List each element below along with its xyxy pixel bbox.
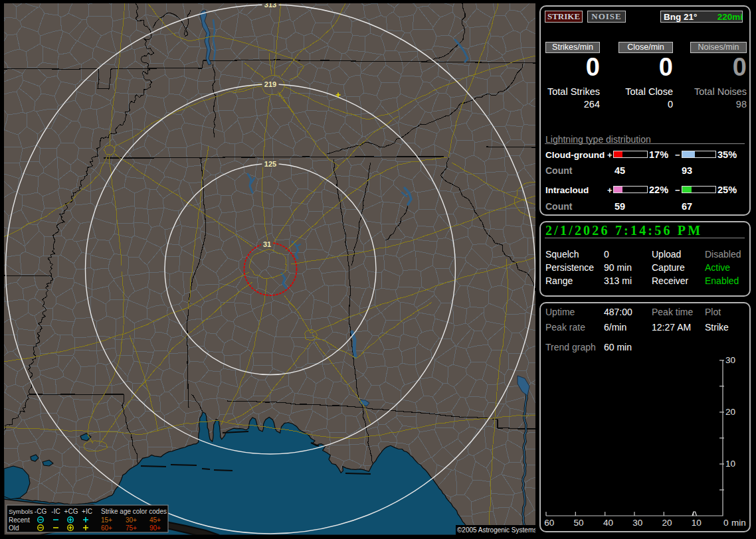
svg-text:75+: 75+ xyxy=(126,524,137,532)
svg-text:-CG: -CG xyxy=(35,508,47,515)
svg-text:60+: 60+ xyxy=(101,524,112,532)
svg-text:min: min xyxy=(731,518,746,528)
svg-text:-IC: -IC xyxy=(51,508,60,515)
svg-text:125: 125 xyxy=(264,160,276,168)
svg-text:30: 30 xyxy=(725,355,735,365)
svg-text:31: 31 xyxy=(263,240,271,248)
svg-text:Old: Old xyxy=(9,524,19,532)
svg-text:10: 10 xyxy=(692,518,702,528)
svg-text:10: 10 xyxy=(725,459,735,469)
svg-text:Symbols: Symbols xyxy=(9,508,33,515)
svg-text:Recent: Recent xyxy=(9,516,30,524)
svg-text:+CG: +CG xyxy=(64,508,78,515)
svg-text:0: 0 xyxy=(723,518,729,528)
svg-text:30: 30 xyxy=(632,518,642,528)
svg-text:+IC: +IC xyxy=(82,508,92,515)
svg-text:©2005 Astrogenic Systems: ©2005 Astrogenic Systems xyxy=(457,526,535,534)
svg-text:219: 219 xyxy=(264,80,276,88)
svg-text:20: 20 xyxy=(725,407,735,417)
svg-text:313: 313 xyxy=(264,1,276,9)
svg-text:Strike age color codes: Strike age color codes xyxy=(101,508,167,515)
svg-text:15+: 15+ xyxy=(101,516,112,524)
svg-text:30+: 30+ xyxy=(126,516,137,524)
svg-text:60: 60 xyxy=(544,518,554,528)
svg-text:50: 50 xyxy=(573,518,583,528)
svg-text:40: 40 xyxy=(603,518,613,528)
svg-text:20: 20 xyxy=(662,518,672,528)
svg-text:45+: 45+ xyxy=(149,516,161,524)
svg-text:90+: 90+ xyxy=(149,524,161,532)
